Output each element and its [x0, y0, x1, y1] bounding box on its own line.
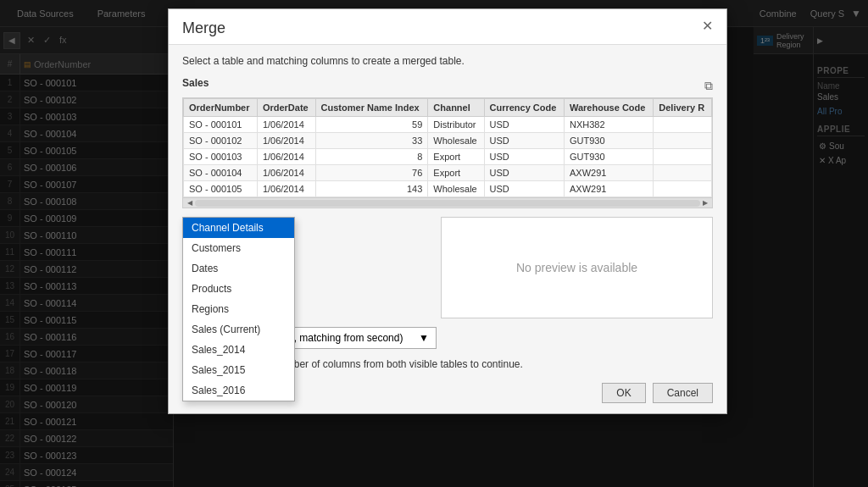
cell-order-date: 1/06/2014: [257, 117, 315, 133]
dropdown-item-sales-2016[interactable]: Sales_2016: [183, 380, 294, 401]
dropdown-item-products[interactable]: Products: [183, 279, 294, 299]
table-row: SO - 000103 1/06/2014 8 Export USD GUT93…: [184, 149, 712, 165]
dropdown-item-sales-current[interactable]: Sales (Current): [183, 319, 294, 340]
ok-button[interactable]: OK: [602, 383, 645, 403]
table-scroll-bar[interactable]: ◀ ▶: [183, 197, 712, 208]
cell-channel: Export: [428, 165, 484, 181]
scroll-left-button[interactable]: ◀: [185, 198, 195, 208]
modal-body: Select a table and matching columns to c…: [169, 45, 726, 413]
modal-title-bar: Merge ✕: [169, 9, 726, 45]
cell-customer-name-index: 143: [315, 181, 428, 197]
cell-currency-code: USD: [484, 133, 564, 149]
col-header-customer-name-index[interactable]: Customer Name Index: [315, 99, 428, 117]
table-options-icon[interactable]: ⧉: [704, 79, 713, 93]
dropdown-item-dates[interactable]: Dates: [183, 258, 294, 279]
cell-currency-code: USD: [484, 149, 564, 165]
dropdown-item-customers[interactable]: Customers: [183, 238, 294, 258]
sales-section-label: Sales: [182, 77, 209, 89]
cell-customer-name-index: 33: [315, 133, 428, 149]
col-header-order-date[interactable]: OrderDate: [257, 99, 315, 117]
cell-delivery-r: [654, 133, 712, 149]
col-header-delivery-r[interactable]: Delivery R: [654, 99, 712, 117]
modal-title: Merge: [182, 19, 225, 37]
table-row: SO - 000102 1/06/2014 33 Wholesale USD G…: [184, 133, 712, 149]
cell-channel: Wholesale: [428, 133, 484, 149]
join-dropdown-arrow-icon: ▼: [419, 332, 429, 344]
table-row: SO - 000105 1/06/2014 143 Wholesale USD …: [184, 181, 712, 197]
col-header-order-number[interactable]: OrderNumber: [184, 99, 258, 117]
cell-order-date: 1/06/2014: [257, 133, 315, 149]
sales-table: OrderNumber OrderDate Customer Name Inde…: [183, 98, 712, 197]
cell-order-number: SO - 000101: [184, 117, 258, 133]
cell-warehouse-code: GUT930: [564, 133, 653, 149]
cell-order-date: 1/06/2014: [257, 181, 315, 197]
col-header-channel[interactable]: Channel: [428, 99, 484, 117]
cell-warehouse-code: AXW291: [564, 181, 653, 197]
preview-text: No preview is available: [516, 261, 637, 274]
cell-delivery-r: [654, 149, 712, 165]
cell-currency-code: USD: [484, 181, 564, 197]
table-select-area: Channel Details Customers Dates Products…: [182, 217, 432, 318]
cell-warehouse-code: AXW291: [564, 165, 653, 181]
cell-warehouse-code: GUT930: [564, 149, 653, 165]
cell-order-number: SO - 000105: [184, 181, 258, 197]
cell-delivery-r: [654, 181, 712, 197]
scroll-track[interactable]: [195, 200, 700, 207]
cell-order-date: 1/06/2014: [257, 149, 315, 165]
col-header-warehouse-code[interactable]: Warehouse Code: [564, 99, 653, 117]
table-dropdown-list[interactable]: Channel Details Customers Dates Products…: [182, 217, 295, 401]
cancel-button[interactable]: Cancel: [653, 383, 713, 403]
table-scroll-area[interactable]: OrderNumber OrderDate Customer Name Inde…: [183, 98, 712, 197]
cell-currency-code: USD: [484, 117, 564, 133]
cell-channel: Wholesale: [428, 181, 484, 197]
table-row: SO - 000104 1/06/2014 76 Export USD AXW2…: [184, 165, 712, 181]
cell-customer-name-index: 76: [315, 165, 428, 181]
dropdown-item-sales-2014[interactable]: Sales_2014: [183, 340, 294, 360]
cell-order-date: 1/06/2014: [257, 165, 315, 181]
modal-description: Select a table and matching columns to c…: [182, 55, 713, 67]
dropdown-item-sales-2015[interactable]: Sales_2015: [183, 360, 294, 380]
cell-customer-name-index: 59: [315, 117, 428, 133]
cell-order-number: SO - 000102: [184, 133, 258, 149]
scroll-right-button[interactable]: ▶: [700, 198, 710, 208]
data-table-container: OrderNumber OrderDate Customer Name Inde…: [182, 97, 713, 208]
preview-area: No preview is available: [441, 217, 713, 318]
dropdown-item-regions[interactable]: Regions: [183, 299, 294, 319]
table-row: SO - 000101 1/06/2014 59 Distributor USD…: [184, 117, 712, 133]
cell-customer-name-index: 8: [315, 149, 428, 165]
cell-channel: Distributor: [428, 117, 484, 133]
cell-warehouse-code: NXH382: [564, 117, 653, 133]
col-header-currency-code[interactable]: Currency Code: [484, 99, 564, 117]
dropdown-item-channel-details[interactable]: Channel Details: [183, 218, 294, 238]
cell-delivery-r: [654, 165, 712, 181]
cell-delivery-r: [654, 117, 712, 133]
second-row: Channel Details Customers Dates Products…: [182, 217, 713, 318]
cell-channel: Export: [428, 149, 484, 165]
cell-currency-code: USD: [484, 165, 564, 181]
cell-order-number: SO - 000104: [184, 165, 258, 181]
modal-close-button[interactable]: ✕: [702, 19, 713, 33]
cell-order-number: SO - 000103: [184, 149, 258, 165]
merge-dialog: Merge ✕ Select a table and matching colu…: [168, 8, 727, 414]
